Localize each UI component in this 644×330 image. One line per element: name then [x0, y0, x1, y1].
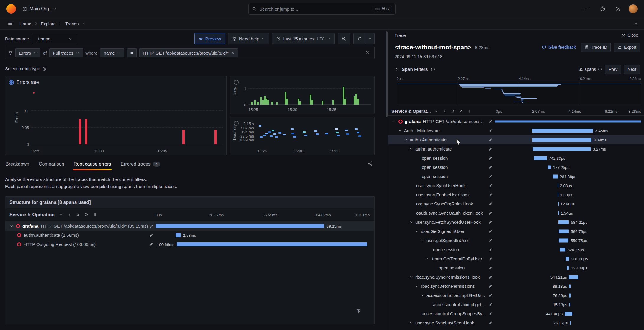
link-icon[interactable] [488, 238, 492, 242]
span-bar[interactable] [177, 242, 367, 246]
span-filters-label[interactable]: Span Filters [402, 67, 428, 72]
link-icon[interactable] [488, 321, 492, 325]
link-icon[interactable] [488, 138, 492, 142]
chevron-down-icon[interactable] [9, 224, 14, 228]
chart-bar[interactable] [311, 100, 313, 105]
span-bar[interactable] [156, 224, 324, 228]
span-bar[interactable] [566, 257, 569, 261]
span-bar[interactable] [567, 266, 569, 270]
collapse-nav-button[interactable] [632, 21, 640, 27]
duration-point[interactable] [270, 135, 273, 137]
link-icon[interactable] [488, 193, 492, 197]
span-row[interactable]: org.sync.SyncOrgRolesHook12.96μs [388, 199, 644, 208]
info-icon[interactable] [42, 67, 46, 71]
span-row[interactable]: accesscontrol.acimpl.get...15.13μs [388, 300, 644, 309]
time-range-picker[interactable]: Last 15 minutes UTC [272, 33, 335, 44]
link-icon[interactable] [488, 275, 492, 279]
duration-point[interactable] [273, 133, 276, 135]
search-input[interactable]: Search or jump to... ⌘+k [248, 3, 396, 15]
column-resize-handle[interactable] [467, 109, 471, 113]
span-row[interactable]: authn.Authenticate3.34ms [388, 135, 644, 144]
duration-point[interactable] [346, 133, 349, 135]
chevron-down-icon[interactable] [409, 147, 413, 151]
give-feedback-button[interactable]: Give feedback [540, 45, 578, 50]
help-button[interactable] [598, 6, 607, 12]
duration-point[interactable] [293, 136, 296, 138]
export-button[interactable]: Export [614, 43, 640, 52]
operator-pill[interactable]: = [127, 48, 137, 57]
tab-root-cause-errors[interactable]: Root cause errors [73, 160, 112, 170]
duration-point[interactable] [275, 136, 278, 138]
structure-row[interactable]: authn.authenticate (2.58ms)2.58ms [5, 231, 374, 240]
duration-point[interactable] [345, 130, 348, 131]
link-icon[interactable] [149, 242, 153, 246]
chevron-down-icon[interactable] [426, 257, 430, 261]
link-icon[interactable] [488, 147, 492, 151]
scroll-to-top-button[interactable] [353, 306, 364, 317]
org-switcher[interactable]: Main Org. [21, 6, 58, 12]
span-bar[interactable] [570, 321, 571, 325]
collapse-all-icon[interactable] [76, 213, 80, 217]
chevron-down-icon[interactable] [415, 284, 419, 288]
preview-button[interactable]: Preview [194, 33, 225, 44]
duration-point[interactable] [278, 132, 281, 134]
span-bar[interactable] [532, 138, 591, 142]
rate-radio[interactable] [234, 80, 239, 85]
prev-span-button[interactable]: Prev [605, 65, 621, 74]
span-row[interactable]: open session133.04μs [388, 263, 644, 272]
chart-bar[interactable] [254, 100, 256, 105]
span-bar[interactable] [559, 229, 569, 233]
span-row[interactable]: team.GetTeamIDsByUser201.38μs [388, 254, 644, 263]
duration-point[interactable] [357, 132, 359, 133]
span-bar[interactable] [565, 312, 572, 316]
vertical-scrollbar[interactable] [385, 30, 388, 330]
link-icon[interactable] [488, 248, 492, 251]
duration-point[interactable] [335, 128, 338, 130]
chart-bar[interactable] [343, 87, 344, 105]
mega-menu-toggle[interactable] [6, 20, 15, 27]
duration-point[interactable] [272, 130, 274, 131]
duration-point[interactable] [316, 133, 319, 135]
refresh-interval-button[interactable] [366, 33, 375, 44]
span-bar[interactable] [569, 275, 578, 279]
duration-point[interactable] [358, 135, 361, 137]
tab-breakdown[interactable]: Breakdown [5, 160, 30, 170]
span-row[interactable]: user.sync.EnableUserHook1.63μs [388, 190, 644, 199]
collapse-all-icon[interactable] [451, 109, 455, 113]
tab-comparison[interactable]: Comparison [38, 160, 65, 170]
scrollbar-thumb[interactable] [386, 31, 388, 117]
expand-one-icon[interactable] [67, 213, 72, 217]
info-icon[interactable] [431, 67, 435, 71]
link-icon[interactable] [488, 220, 492, 224]
duration-point[interactable] [268, 131, 271, 133]
collapse-one-icon[interactable] [59, 213, 63, 217]
link-icon[interactable] [488, 312, 492, 316]
duration-point[interactable] [304, 135, 307, 136]
span-row[interactable]: grafanaHTTP GET /api/datasources/pr... [388, 117, 644, 126]
chevron-down-icon[interactable] [421, 238, 424, 242]
span-bar[interactable] [534, 156, 547, 160]
chevron-down-icon[interactable] [409, 275, 413, 279]
duration-point[interactable] [260, 136, 263, 138]
news-button[interactable] [614, 6, 622, 12]
span-row[interactable]: rbac.sync.fetchPermissions88.13μs [388, 282, 644, 291]
span-bar[interactable] [548, 165, 551, 169]
chart-bar[interactable] [298, 99, 299, 105]
need-help-button[interactable]: Need help [228, 33, 269, 44]
chart-bar[interactable] [251, 102, 253, 105]
metric-filter-pill[interactable]: Errors [15, 48, 40, 57]
link-icon[interactable] [488, 303, 492, 306]
chart-bar[interactable] [214, 130, 217, 144]
chart-bar[interactable] [276, 102, 278, 105]
structure-panel-title[interactable]: Structure for grafana [8 spans used] [5, 197, 374, 208]
structure-row[interactable]: HTTP Outgoing Request (100.66ms)100.66ms [5, 240, 374, 249]
chart-bar[interactable] [267, 100, 269, 105]
close-icon[interactable] [231, 51, 235, 55]
span-row[interactable]: user.sync.SyncLastSeenHook26.17μs [388, 318, 644, 327]
datasource-picker[interactable]: _tempo [32, 33, 76, 44]
span-row[interactable]: oauth.sync.SyncOauthTokenHook1.54μs [388, 208, 644, 218]
zoom-out-button[interactable] [338, 33, 350, 44]
chevron-down-icon[interactable] [398, 129, 402, 133]
duration-point[interactable] [314, 130, 317, 132]
column-resize-handle[interactable] [93, 213, 97, 217]
